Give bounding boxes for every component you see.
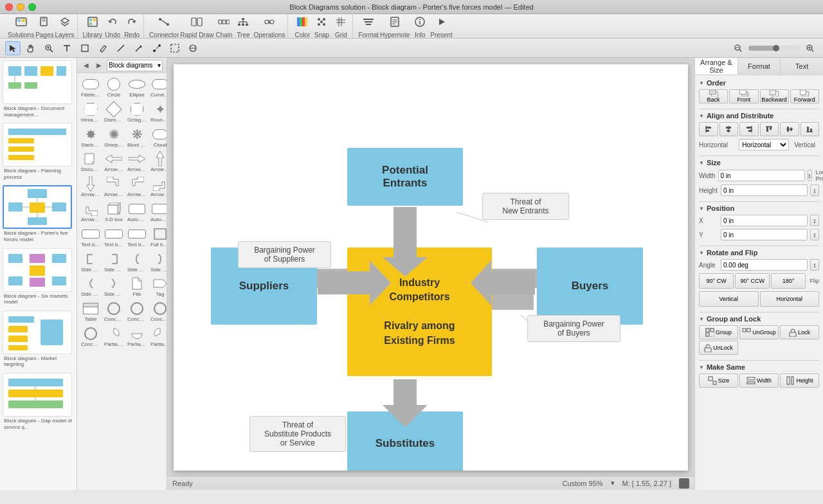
shape-arrow-down[interactable]: Arrow Down [80,176,102,199]
callout-threat-substitute[interactable]: Threat ofSubstitute Productsor Service [249,416,346,452]
pointer-tool[interactable] [5,41,21,55]
pen-tool[interactable] [95,41,111,55]
width-stepper[interactable]: ↕ [808,170,812,181]
front-button[interactable]: Front [729,89,758,104]
shape-partial-3[interactable]: Partial layer 3 [149,325,167,349]
select-area-tool[interactable] [167,41,183,55]
shape-arrow-left[interactable]: Arrow Left [103,150,125,174]
width-input[interactable] [718,170,805,181]
shape-document[interactable]: Document [80,150,102,174]
make-same-section-header[interactable]: ▼ Make Same [699,363,819,371]
library-dropdown[interactable]: Block diagrams ▾ [107,60,163,71]
line-tool[interactable] [113,41,129,55]
thumbnail-market-targeting[interactable]: Block diagram - Market targeting [3,310,74,368]
rotate-180-button[interactable]: 180° [771,273,806,289]
connect-tool[interactable] [149,41,165,55]
info-button[interactable] [411,14,429,30]
maximize-button[interactable] [28,3,36,11]
shape-side-paren-1[interactable]: Side pare... [80,275,102,299]
view-toggle[interactable] [679,478,689,489]
solutions-button[interactable] [12,14,30,30]
library-button[interactable] [84,14,102,30]
connector-button[interactable] [155,14,173,30]
align-right-button[interactable] [739,122,759,136]
shape-blunt-starburst[interactable]: ❋ Blunt Starburst [126,126,148,150]
tab-text[interactable]: Text [781,58,823,75]
shape-tool[interactable] [77,41,93,55]
thumbnail-planning[interactable]: Block diagram - Planning process [3,123,74,180]
flip-vertical-button[interactable]: Vertical [699,291,759,307]
minimize-button[interactable] [17,3,24,11]
hand-tool[interactable] [23,41,39,55]
shape-octagon[interactable]: Octagon [126,101,148,125]
text-tool[interactable] [59,41,75,55]
rotate-90ccw-button[interactable]: 90° CCW [735,273,770,289]
potential-entrants-box[interactable]: PotentialEntrants [347,148,463,206]
angle-input[interactable] [721,259,808,271]
shape-arrow-up-left[interactable]: Arrow Up Left [103,176,125,199]
shape-side-bracket-1[interactable]: Side bracket [80,251,102,274]
tab-format[interactable]: Format [738,58,781,75]
size-section-header[interactable]: ▼ Size [699,159,819,166]
layers-button[interactable] [56,14,74,30]
shape-full-bracket[interactable]: Full bracke... [149,226,167,249]
shape-3d-box[interactable]: 3-D box [103,201,125,224]
y-input[interactable] [721,229,808,240]
shape-arrow-up[interactable]: Arrow Up [149,150,167,174]
shape-side-paren-2[interactable]: Side parenth... [103,275,125,299]
horizontal-select[interactable]: Horizontal Vertical [739,139,789,150]
shape-text-box-2[interactable]: Text box - l... [103,226,125,249]
shape-partial-1[interactable]: Partial layer 1 [103,325,125,349]
ungroup-button[interactable]: UnGroup [739,325,779,339]
group-button[interactable]: Group [699,325,738,339]
align-middle-button[interactable] [780,122,799,136]
hypernote-button[interactable] [386,14,404,30]
align-left-button[interactable] [699,122,718,136]
color-button[interactable] [293,14,311,30]
shape-curved-rect[interactable]: Curved Re... [149,76,167,100]
shape-arrow-down-right[interactable]: Arrow Dow... [80,201,102,224]
thumbnail-six-markets[interactable]: Block diagram - Six markets model [3,248,74,305]
library-forward[interactable]: ▶ [94,60,104,71]
shape-text-box-3[interactable]: Text box - p... [126,226,148,249]
zoom-level[interactable]: Custom 95% [563,480,603,487]
shape-tag[interactable]: Tag [149,275,167,299]
rapid-draw-button[interactable] [188,14,206,30]
flip-horizontal-button[interactable]: Horizontal [760,291,820,307]
shape-concentric-4[interactable]: Concentric... [80,325,102,349]
align-bottom-button[interactable] [800,122,820,136]
zoom-slider[interactable] [748,46,800,51]
shape-side-brace-1[interactable]: Side brace [126,251,148,274]
library-back[interactable]: ◀ [81,60,91,71]
tab-arrange-size[interactable]: Arrange & Size [695,58,738,75]
buyers-box[interactable]: Buyers [537,248,643,325]
shape-file[interactable]: File [126,275,148,299]
operations-button[interactable] [260,14,278,30]
shape-text-box-1[interactable]: Text box - ... [80,226,102,249]
x-input[interactable] [721,215,808,226]
industry-box[interactable]: IndustryCompetitorsRivalry amongExisting… [347,248,492,376]
canvas[interactable]: PotentialEntrants Suppliers IndustryComp… [174,64,688,471]
snap-button[interactable] [312,14,330,30]
shape-table[interactable]: Table [80,300,102,324]
make-same-height-button[interactable]: Height [780,374,819,388]
shape-auto-height[interactable]: Auto-hei... [126,201,148,224]
backward-button[interactable]: Backward [760,89,789,104]
unlock-button[interactable]: UnLock [699,341,738,355]
align-section-header[interactable]: ▼ Align and Distribute [699,112,819,120]
lock-button[interactable]: Lock [780,325,819,339]
shape-cloud[interactable]: Cloud [149,126,167,150]
shape-starburst[interactable]: ✸ Starburst [80,126,102,150]
angle-stepper[interactable]: ↕ [810,259,819,271]
shape-diamond[interactable]: Diamond [103,101,125,125]
grid-button[interactable] [332,14,350,30]
shape-round-starburst[interactable]: ✦ Round Sta... [149,101,167,125]
callout-bargaining-buyers[interactable]: Bargaining Powerof Buyers [527,315,620,342]
undo-button[interactable] [104,14,122,30]
order-section-header[interactable]: ▼ Order [699,79,819,87]
chain-button[interactable] [215,14,233,30]
forward-button[interactable]: Forward [790,89,819,104]
position-section-header[interactable]: ▼ Position [699,204,819,212]
shape-side-bracket-2[interactable]: Side bracket... [103,251,125,274]
thumbnail-doc-management[interactable]: Block diagram - Document management... [3,60,74,118]
